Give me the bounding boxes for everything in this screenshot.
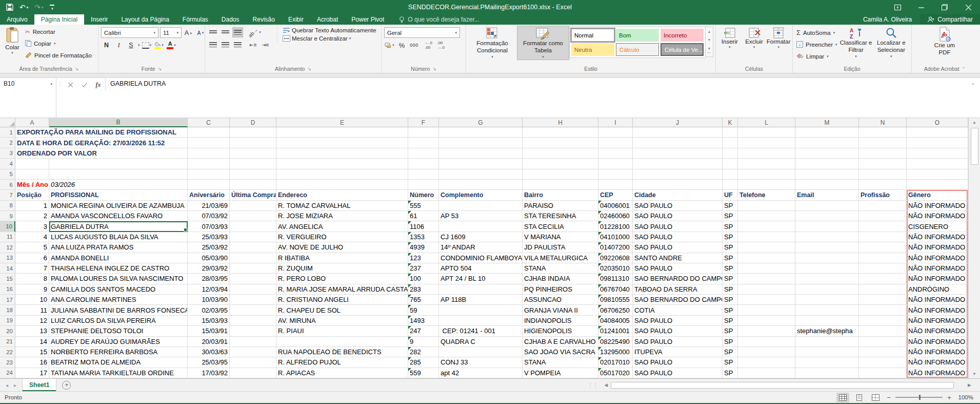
cell-K5[interactable] xyxy=(723,169,738,180)
row-header-16[interactable]: 16 xyxy=(0,284,15,295)
cell-I2[interactable] xyxy=(598,138,633,148)
cell-L8[interactable] xyxy=(738,201,795,211)
new-sheet-button[interactable]: + xyxy=(62,381,71,390)
cell-M19[interactable] xyxy=(795,316,859,326)
cell-O24[interactable]: NÃO INFORMADO xyxy=(907,368,968,378)
tab-inserir[interactable]: Inserir xyxy=(84,14,114,25)
cell-J17[interactable]: SAO BERNARDO DO CAMPO xyxy=(633,295,723,305)
cell-H22[interactable]: SAO JOAO VIA SACRA xyxy=(523,347,598,357)
cell-A7[interactable]: Posição xyxy=(15,190,49,200)
cell-C18[interactable]: 02/03/95 xyxy=(188,305,230,315)
cell-L18[interactable] xyxy=(738,305,795,315)
cell-C10[interactable]: 07/03/93 xyxy=(188,221,230,232)
ribbon-display-options-button[interactable] xyxy=(886,0,909,14)
cell-D9[interactable] xyxy=(230,211,276,221)
formula-bar-grip[interactable]: ⋮ xyxy=(56,78,64,118)
cell-M6[interactable] xyxy=(795,180,859,190)
cancel-entry-icon[interactable] xyxy=(64,80,77,90)
format-as-table-button[interactable]: Formatar como Tabela ▾ xyxy=(517,26,569,60)
row-header-19[interactable]: 19 xyxy=(0,316,15,326)
cell-M10[interactable] xyxy=(795,221,859,232)
cell-J2[interactable] xyxy=(633,138,723,148)
cell-E2[interactable] xyxy=(276,138,408,148)
cell-H21[interactable]: CJHAB A E CARVALHO xyxy=(523,337,598,347)
cell-G23[interactable]: CONJ 33 xyxy=(439,357,523,368)
collapse-ribbon-icon[interactable]: ⌃ xyxy=(962,67,966,71)
cut-button[interactable]: ✂ Recortar xyxy=(23,26,94,37)
cell-G14[interactable]: APTO 504 xyxy=(439,263,523,274)
tab-acrobat[interactable]: Acrobat xyxy=(310,14,345,25)
cell-I5[interactable] xyxy=(598,169,633,180)
formula-bar-value[interactable]: GABRIELA DUTRA xyxy=(106,78,170,118)
cell-A24[interactable]: 17 xyxy=(15,368,49,378)
cell-M22[interactable] xyxy=(795,347,859,357)
insert-cells-button[interactable]: Inserir ▾ xyxy=(717,26,742,49)
cell-C13[interactable]: 05/03/90 xyxy=(188,253,230,263)
cell-G21[interactable]: QUADRA C xyxy=(439,337,523,347)
cell-C15[interactable]: 28/03/95 xyxy=(188,274,230,284)
cell-K6[interactable] xyxy=(723,180,738,190)
cell-K17[interactable]: SP xyxy=(723,295,738,305)
cell-A18[interactable]: 11 xyxy=(15,305,49,315)
zoom-slider-thumb[interactable] xyxy=(919,395,921,400)
cell-E19[interactable]: AV. MIRUNA xyxy=(276,316,408,326)
scrollbar-grip-icon[interactable]: ⋮⋮ xyxy=(588,382,598,388)
cell-A6[interactable]: Mês / Ano xyxy=(15,180,49,190)
cell-D17[interactable] xyxy=(230,295,276,305)
cell-K23[interactable]: SP xyxy=(723,357,738,368)
cell-H9[interactable]: STA TERESINHA xyxy=(523,211,598,221)
gallery-down-icon[interactable]: ▼ xyxy=(708,38,711,42)
cell-L5[interactable] xyxy=(738,169,795,180)
cell-M1[interactable] xyxy=(795,127,859,138)
cell-F2[interactable] xyxy=(408,138,439,148)
cell-E3[interactable] xyxy=(276,148,408,159)
cell-G11[interactable]: CJ 1609 xyxy=(439,232,523,242)
cell-F16[interactable]: 283 xyxy=(408,284,439,295)
col-header-L[interactable]: L xyxy=(738,118,795,127)
cell-O20[interactable]: NÃO INFORMADO xyxy=(907,326,968,336)
cell-F5[interactable] xyxy=(408,169,439,180)
cell-D11[interactable] xyxy=(230,232,276,242)
increase-font-icon[interactable]: A▲ xyxy=(183,28,194,38)
cell-F6[interactable] xyxy=(408,180,439,190)
cell-H23[interactable]: STANA xyxy=(523,357,598,368)
cell-B18[interactable]: JULIANA SABBATINI DE BARROS FONSECA xyxy=(49,305,188,315)
col-header-C[interactable]: C xyxy=(188,118,230,127)
zoom-out-icon[interactable]: − xyxy=(886,394,892,401)
cell-M16[interactable] xyxy=(795,284,859,295)
page-break-view-icon[interactable] xyxy=(869,393,882,402)
cell-F7[interactable]: Número xyxy=(408,190,439,200)
cell-A8[interactable]: 1 xyxy=(15,201,49,211)
conditional-formatting-button[interactable]: ≠ Formatação Condicional ▾ xyxy=(468,26,517,60)
cell-H15[interactable]: CJHAB INDAIA xyxy=(523,274,598,284)
accounting-format-button[interactable]: ▾ xyxy=(384,40,395,50)
cell-O21[interactable]: NÃO INFORMADO xyxy=(907,337,968,347)
cell-J14[interactable]: SAO PAULO xyxy=(633,263,723,274)
cell-L19[interactable] xyxy=(738,316,795,326)
row-header-14[interactable]: 14 xyxy=(0,263,15,274)
cell-A2[interactable]: DATA E HORA DE GERAÇÃO: 27/03/2026 11:52 xyxy=(15,138,188,148)
cell-D12[interactable] xyxy=(230,242,276,253)
cell-G9[interactable]: AP 53 xyxy=(439,211,523,221)
cell-J22[interactable]: ITUPEVA xyxy=(633,347,723,357)
cell-L15[interactable] xyxy=(738,274,795,284)
cell-H13[interactable]: VILA METALURGICA xyxy=(523,253,598,263)
cell-G7[interactable]: Complemento xyxy=(439,190,523,200)
cell-H6[interactable] xyxy=(523,180,598,190)
row-header-3[interactable]: 3 xyxy=(0,148,15,159)
cell-J13[interactable]: SANTO ANDRE xyxy=(633,253,723,263)
cell-A16[interactable]: 9 xyxy=(15,284,49,295)
cell-A19[interactable]: 12 xyxy=(15,316,49,326)
scroll-right-icon[interactable]: ▶ xyxy=(966,382,973,388)
wrap-text-button[interactable]: Quebrar Texto Automaticamente xyxy=(283,27,376,33)
next-sheet-icon[interactable]: ▸ xyxy=(14,382,16,388)
create-pdf-button[interactable]: Crie um PDF xyxy=(928,26,961,57)
cell-E20[interactable]: R. PIAUI xyxy=(276,326,408,336)
cell-G19[interactable] xyxy=(439,316,523,326)
cell-K19[interactable]: SP xyxy=(723,316,738,326)
cell-O22[interactable]: NÃO INFORMADO xyxy=(907,347,968,357)
row-header-21[interactable]: 21 xyxy=(0,337,15,347)
cell-style-normal[interactable]: Normal xyxy=(571,29,614,42)
cell-A1[interactable]: EXPORTAÇÃO PARA MAILING DE PROFISSIONAL xyxy=(15,127,188,138)
cell-M23[interactable] xyxy=(795,357,859,368)
